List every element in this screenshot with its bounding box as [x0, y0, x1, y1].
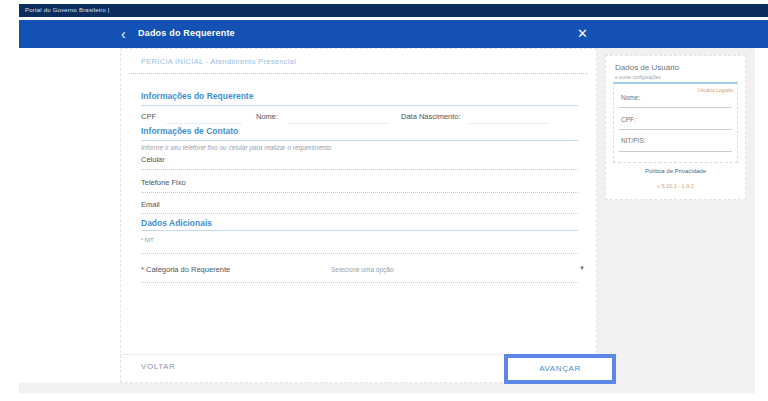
form-subtitle: PERÍCIA INICIAL - Atendimento Presencial: [141, 57, 296, 66]
user-card-subtitle: e outras configurações: [615, 75, 661, 80]
user-info-box: Usuário Logado Nome: CPF: NIT/PIS:: [613, 82, 738, 163]
nit-label: * NIT: [141, 237, 154, 243]
data-nascimento-label: Data Nascimento:: [401, 112, 461, 121]
section-informacoes-requerente: Informações do Requerente: [141, 91, 253, 101]
form-card: PERÍCIA INICIAL - Atendimento Presencial…: [120, 48, 597, 383]
close-icon[interactable]: ✕: [577, 26, 588, 42]
user-nit-pis-label: NIT/PIS:: [621, 137, 646, 144]
celular-label: Celular: [141, 155, 165, 164]
section-underline: [141, 105, 578, 106]
portal-topbar: Portal do Governo Brasileiro |: [19, 4, 768, 17]
user-nit-pis-field: [619, 151, 732, 152]
user-nome-field: [619, 107, 732, 108]
categoria-select[interactable]: [141, 282, 578, 283]
privacy-policy-link[interactable]: Política de Privacidade: [606, 168, 745, 174]
section-informacoes-contato: Informações de Contato: [141, 126, 238, 136]
avancar-button[interactable]: AVANÇAR: [508, 358, 612, 380]
logged-user-badge: Usuário Logado: [698, 87, 733, 93]
section-underline: [141, 230, 578, 231]
section-underline: [141, 140, 578, 141]
left-panel: [19, 48, 120, 383]
chevron-down-icon: ▼: [579, 265, 585, 271]
user-data-card: Dados de Usuário e outras configurações …: [605, 55, 746, 200]
telefone-fixo-input[interactable]: [141, 192, 578, 193]
email-label: Email: [141, 200, 160, 209]
celular-input[interactable]: [141, 169, 578, 170]
voltar-button[interactable]: VOLTAR: [141, 362, 175, 371]
user-cpf-field: [619, 129, 732, 130]
cpf-value-field: [166, 123, 241, 124]
telefone-fixo-label: Telefone Fixo: [141, 178, 186, 187]
page-title: Dados do Requerente: [138, 28, 235, 38]
nit-input[interactable]: [141, 253, 578, 254]
user-cpf-label: CPF:: [621, 116, 636, 123]
user-card-title: Dados de Usuário: [615, 63, 679, 72]
categoria-label: * Categoria do Requerente: [141, 265, 230, 274]
section-dados-adicionais: Dados Adicionais: [141, 218, 212, 228]
back-icon[interactable]: ‹: [121, 25, 126, 43]
screen: Portal do Governo Brasileiro | ‹ Dados d…: [0, 0, 768, 401]
contato-help-text: Informe o seu telefone fixo ou celular p…: [141, 144, 333, 151]
modal-header: ‹ Dados do Requerente ✕: [19, 20, 768, 48]
categoria-select-value[interactable]: Selecione uma opção: [331, 266, 394, 273]
subtitle-divider: [129, 73, 588, 74]
user-nome-label: Nome:: [621, 94, 640, 101]
nome-label: Nome:: [256, 112, 278, 121]
avancar-highlight-box: AVANÇAR: [504, 354, 616, 384]
portal-link[interactable]: Portal do Governo Brasileiro |: [25, 4, 110, 17]
email-input[interactable]: [141, 213, 578, 214]
nome-value-field: [289, 123, 389, 124]
cpf-label: CPF: [141, 112, 156, 121]
data-nascimento-value-field: [469, 123, 549, 124]
version-text: v 5.10.1 - 1.0.2: [606, 183, 745, 189]
